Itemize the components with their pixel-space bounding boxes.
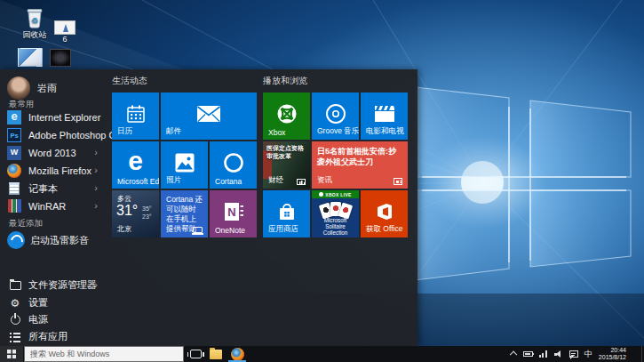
tile-finance[interactable]: 医保定点资格审批改革 财经 [263, 141, 310, 189]
menu-item-all-apps[interactable]: 所有应用 [0, 328, 105, 345]
winrar-icon [8, 199, 21, 213]
newspaper-icon [394, 178, 402, 185]
system-tray: 中 20:44 2015/8/12 [512, 346, 626, 362]
laptop-icon [193, 227, 203, 233]
menu-item-xunlei-player[interactable]: 启动迅雷影音 [0, 229, 105, 251]
xunlei-player-icon [7, 231, 25, 249]
menu-item-file-explorer[interactable]: 文件资源管理器 [0, 277, 105, 294]
finance-headline: 医保定点资格审批改革 [266, 144, 307, 160]
word-icon [7, 146, 21, 160]
tile-solitaire[interactable]: XBOX LIVE Microsoft Solitaire Collection [312, 190, 359, 237]
ime-indicator[interactable]: 中 [584, 349, 592, 360]
edge-icon [128, 146, 143, 176]
recently-added-header: 最近添加 [9, 218, 43, 229]
notepad-icon [9, 182, 20, 195]
file-explorer-button[interactable] [207, 346, 225, 362]
image-thumbnail-icon [54, 20, 76, 35]
calendar-icon [125, 103, 147, 125]
tile-cortana-tip[interactable]: Cortana 还可以随时在手机上提供帮助 [161, 190, 208, 237]
desktop-icon-image-6[interactable]: 6 [44, 10, 85, 44]
battery-icon[interactable] [523, 351, 533, 357]
tile-weather[interactable]: 多云 31° 35°23° 北京 [112, 190, 159, 237]
taskbar: 中 20:44 2015/8/12 [0, 346, 644, 362]
xbox-icon [275, 102, 298, 125]
recycle-bin-icon: ♻ [24, 5, 45, 29]
tile-get-office[interactable]: 获取 Office [361, 190, 408, 237]
menu-item-firefox[interactable]: Mozilla Firefox [0, 162, 105, 180]
start-button[interactable] [0, 346, 23, 362]
mail-icon [196, 105, 221, 123]
chart-icon [297, 179, 306, 185]
store-icon [276, 200, 298, 223]
show-hidden-icons-chevron[interactable] [510, 351, 517, 358]
tile-groove[interactable]: Groove 音乐 [312, 93, 359, 140]
group-title-play: 播放和浏览 [263, 75, 307, 87]
weather-temperature: 31° [116, 203, 138, 219]
xbox-live-icon [319, 192, 323, 197]
task-view-icon [190, 350, 202, 358]
action-center-icon[interactable] [569, 350, 578, 358]
tile-news[interactable]: 日5名前首相批安倍:抄袭外祖父武士刀 资讯 [312, 141, 408, 189]
gear-icon: ⚙ [8, 296, 22, 310]
desktop-icon-label: 6 [44, 35, 85, 44]
onenote-icon: N [222, 200, 245, 223]
network-icon[interactable] [539, 350, 548, 358]
xbox-live-banner: XBOX LIVE [312, 190, 359, 198]
tile-photos[interactable]: 照片 [161, 141, 208, 189]
menu-item-word[interactable]: Word 2013 [0, 144, 105, 162]
internet-explorer-icon [7, 110, 21, 125]
windows-desktop: ♻ 回收站 6 岩雨 最常用 Internet Explorer Adobe P… [0, 0, 644, 362]
power-icon [11, 315, 20, 325]
menu-item-settings[interactable]: ⚙ 设置 [0, 294, 105, 311]
menu-item-photoshop[interactable]: Adobe Photoshop C... [0, 126, 105, 144]
photoshop-icon [7, 128, 21, 142]
tile-xbox[interactable]: Xbox [263, 93, 310, 140]
task-view-button[interactable] [187, 346, 204, 362]
tile-store[interactable]: 应用商店 [263, 190, 310, 237]
tile-onenote[interactable]: N OneNote [210, 190, 257, 237]
photos-icon [174, 152, 195, 173]
svg-text:N: N [227, 205, 235, 219]
menu-item-power[interactable]: 电源 [0, 311, 105, 328]
clock-time: 20:44 [599, 347, 626, 354]
office-icon [374, 201, 395, 222]
search-input[interactable] [24, 346, 184, 362]
file-explorer-icon [10, 281, 21, 290]
clock[interactable]: 20:44 2015/8/12 [599, 347, 626, 361]
groove-music-icon [324, 102, 347, 125]
cortana-icon [222, 151, 245, 174]
tile-cortana[interactable]: Cortana [210, 141, 257, 189]
user-avatar[interactable] [7, 76, 30, 100]
folder-icon [210, 350, 222, 359]
user-name[interactable]: 岩雨 [37, 82, 57, 95]
volume-icon[interactable] [554, 350, 563, 358]
weather-city: 北京 [117, 224, 131, 234]
tile-edge[interactable]: Microsoft Edge [112, 141, 159, 189]
firefox-icon [7, 164, 21, 178]
all-apps-icon [10, 333, 20, 342]
start-menu-left-column: 岩雨 最常用 Internet Explorer Adobe Photoshop… [0, 69, 107, 346]
tile-mail[interactable]: 邮件 [161, 93, 257, 140]
news-headline: 日5名前首相批安倍:抄袭外祖父武士刀 [317, 146, 403, 167]
menu-item-winrar[interactable]: WinRAR [0, 197, 105, 215]
firefox-taskbar-button[interactable] [228, 346, 246, 362]
tile-movies-tv[interactable]: 电影和电视 [361, 93, 408, 140]
weather-high-low: 35°23° [142, 205, 152, 221]
solitaire-label: Microsoft Solitaire Collection [314, 217, 357, 236]
menu-item-notepad[interactable]: 记事本 [0, 180, 105, 197]
windows-logo-icon [7, 350, 16, 358]
desktop-icon-photo-thumbnail[interactable] [18, 48, 43, 67]
tile-calendar[interactable]: 日历 [112, 93, 159, 140]
menu-item-internet-explorer[interactable]: Internet Explorer [0, 109, 105, 126]
svg-text:♻: ♻ [31, 16, 38, 25]
movies-tv-icon [373, 103, 396, 125]
start-menu: 岩雨 最常用 Internet Explorer Adobe Photoshop… [0, 69, 417, 346]
firefox-icon [231, 348, 244, 361]
group-title-life: 生活动态 [112, 75, 147, 87]
desktop-icon-dark-thumbnail[interactable] [50, 49, 71, 67]
clock-date: 2015/8/12 [599, 354, 626, 361]
